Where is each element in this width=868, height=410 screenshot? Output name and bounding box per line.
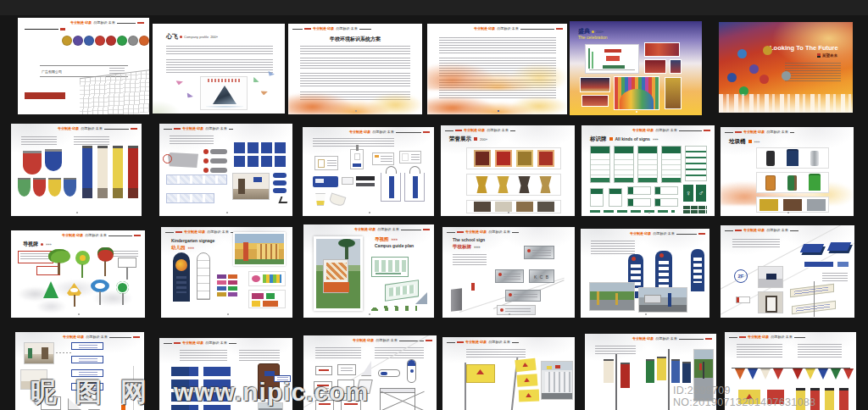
directory-board [614, 146, 634, 183]
header-left-label: 专业制造·印象 [182, 341, 203, 345]
header-red-dash [698, 233, 705, 235]
header-line [292, 29, 303, 30]
header-right-label: 品牌标识·未来 [497, 27, 518, 30]
photo-banner [699, 363, 702, 370]
blue-pill-sign [273, 173, 287, 178]
note-lines [822, 273, 848, 281]
award-plaque [537, 150, 554, 167]
header-right-label: 品牌标识·未来 [766, 229, 787, 232]
header-red-dash [174, 128, 181, 130]
blue-icon-grid [234, 142, 286, 167]
shield-banner [18, 178, 31, 197]
red-bar [25, 92, 65, 99]
page-thumb-all-signs: 专业制造·印象 品牌标识·未来 标识牌 All kinds of signs »… [581, 125, 715, 216]
logo-block [252, 301, 260, 307]
page-thumb-kindergarten: 专业制造·印象 品牌标识·未来 Kindergarten signage 幼儿园… [161, 227, 292, 318]
header-right-label: 品牌标识·未来 [207, 230, 228, 234]
gift-bag [404, 173, 425, 202]
spec-text [737, 344, 782, 357]
header-red-dash [175, 231, 182, 233]
header-left-label: 专业制造·印象 [632, 337, 654, 341]
photo-ceremony [644, 59, 666, 74]
shield-banner [64, 178, 76, 197]
header-line [676, 234, 697, 235]
header-line [794, 337, 805, 338]
board-line [589, 69, 635, 70]
page-number-dot [498, 110, 499, 112]
flag-emblem [526, 393, 531, 397]
paper-plane [252, 77, 260, 84]
pill-sign-diagram [378, 369, 400, 377]
color-chip [228, 280, 237, 285]
gold-dot [592, 30, 594, 33]
honors-title: 荣誉展示 200» [449, 136, 487, 143]
white-icon-row [166, 193, 214, 203]
pole-banner [82, 146, 92, 198]
page-thumb-floor-signs: 专业制造·印象 品牌标识·未来 2F [721, 225, 854, 318]
award-item [495, 202, 512, 212]
kindergarten-title-suffix: »»» [188, 246, 195, 250]
header-red-dash [457, 341, 464, 343]
color-chip [217, 286, 226, 291]
wide-sign [627, 198, 651, 207]
profile-paragraph-2 [166, 59, 273, 73]
header-line [445, 130, 453, 131]
floor-number-sign: 2F [734, 269, 748, 283]
paper-cup [314, 193, 326, 206]
palette-dot [760, 75, 769, 84]
restroom-sign-female: ♀ [683, 185, 693, 202]
board-text [794, 287, 828, 296]
map-board-perspective [385, 280, 419, 302]
pylon-logo [632, 257, 636, 261]
white-board-sign [118, 258, 136, 268]
all-signs-title-en: All kinds of signs [615, 136, 650, 141]
header-left-label: 专业制造·印象 [63, 335, 84, 339]
flag-tag-icon [817, 53, 821, 58]
sign-post [99, 291, 101, 305]
gate-building [644, 295, 661, 303]
red-dot [41, 243, 43, 246]
page-number-dot [369, 313, 370, 315]
building-column [243, 242, 248, 261]
pennant-flag [735, 368, 745, 380]
header-right-label: 品牌标识·未来 [766, 130, 787, 134]
roof-flag [547, 366, 552, 369]
plant [28, 348, 32, 358]
header-left-label: 专业制造·印象 [182, 127, 203, 130]
header-red-dash [426, 340, 432, 341]
photo-stage [644, 42, 680, 57]
blue-pill-sign [273, 180, 287, 186]
shield-banner [33, 178, 46, 197]
diagonal-line [721, 225, 854, 294]
pole-banner [682, 362, 691, 383]
envelope-blue [313, 176, 338, 187]
watercolor-mountain [427, 47, 567, 90]
gift-bag [381, 173, 401, 202]
directory-board [590, 146, 610, 183]
chart-bar [588, 48, 590, 69]
header-line [117, 23, 136, 24]
celebration-title-suffix: 200» [596, 30, 604, 34]
blue-door-plate [71, 356, 103, 363]
page-thumb-honors: 专业制造·印象 品牌标识·未来 荣誉展示 200» [441, 125, 575, 216]
header-right-label: 品牌标识·未来 [85, 234, 106, 237]
spec-text [180, 350, 227, 362]
map-blocks [375, 260, 407, 272]
shield-banner-row [18, 178, 76, 197]
bin-wheelie-green [809, 175, 821, 191]
strawberry-sign [97, 247, 114, 262]
lamp-pole [615, 354, 617, 410]
trophy [537, 176, 554, 193]
school-flag [466, 364, 495, 383]
kindergarten-pylon [173, 252, 190, 302]
header-right-label: 品牌标识·未来 [655, 337, 676, 341]
building-photo [541, 361, 573, 400]
bins-title: 垃圾桶 »»» [729, 138, 760, 146]
pen-strip [356, 176, 375, 180]
lamp-pole [668, 349, 670, 410]
round-sign [116, 281, 129, 294]
school-sign-title-suffix: »»» [474, 245, 481, 249]
map-blocks [389, 285, 415, 296]
header-left-label: 专业制造·印象 [58, 127, 79, 130]
award-item [474, 202, 491, 212]
